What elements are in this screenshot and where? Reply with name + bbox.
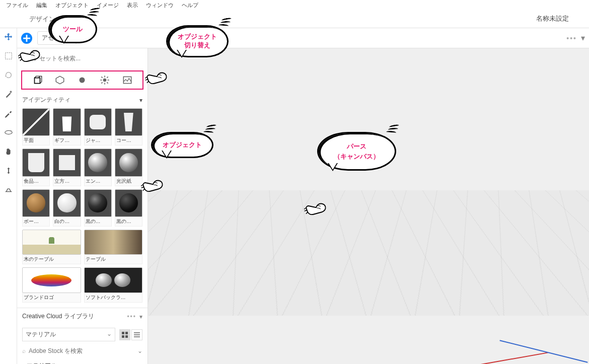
chevron-down-icon: ⌄: [137, 347, 142, 354]
asset-item[interactable]: 光沢紙: [115, 149, 142, 186]
callout-perspective: パース（キャンバス）: [317, 132, 396, 171]
asset-item[interactable]: 平面: [22, 108, 50, 145]
asset-label: 木のテーブル: [22, 255, 81, 264]
asset-label: 白の…: [53, 217, 81, 227]
asset-item[interactable]: ソフトバックラ…: [84, 267, 143, 303]
category-environment-icon[interactable]: [99, 75, 110, 86]
material-section-label: マテリアル: [27, 362, 57, 364]
asset-label: 食品…: [22, 177, 50, 186]
asset-label: ボー…: [22, 217, 50, 227]
cc-libraries-label: Creative Cloud ライブラリ: [22, 312, 94, 321]
wand-tool-icon[interactable]: [3, 89, 14, 100]
asset-label: ブランドロゴ: [22, 293, 81, 303]
asset-item[interactable]: 食品…: [22, 149, 50, 186]
asset-label: ギフ…: [53, 136, 81, 145]
svg-rect-9: [122, 332, 124, 334]
asset-item[interactable]: 木のテーブル: [22, 230, 81, 265]
menu-edit[interactable]: 編集: [32, 1, 51, 10]
eyedropper-tool-icon[interactable]: [3, 108, 14, 119]
asset-more-icon[interactable]: •••: [566, 34, 577, 42]
cc-more-icon[interactable]: •••: [127, 313, 136, 320]
svg-rect-10: [125, 332, 128, 334]
callout-label: オブジェクト: [178, 33, 217, 40]
asset-label: ジャ…: [84, 136, 112, 145]
asset-label: 黒の…: [115, 217, 142, 227]
callout-label: パース: [347, 142, 366, 150]
asset-label: エン…: [84, 177, 112, 186]
callout-label: ツール: [63, 25, 83, 33]
material-row: マテリアル ⌄: [17, 325, 148, 344]
grid-view-icon[interactable]: [119, 329, 130, 340]
viewport-canvas[interactable]: [148, 48, 589, 364]
ground-plane: [148, 190, 589, 316]
stock-search-input[interactable]: [29, 347, 137, 354]
asset-collapse-icon[interactable]: ▾: [581, 33, 585, 43]
section-identity[interactable]: アイデンティティ ▾: [17, 92, 148, 108]
callout-tool: ツール: [48, 15, 97, 43]
svg-rect-13: [134, 332, 140, 333]
hand-tool-icon[interactable]: [3, 146, 14, 157]
stock-search-row: ⌕ ⌄: [17, 344, 148, 357]
asset-item[interactable]: ボー…: [22, 189, 50, 227]
pointer-hand-icon: [18, 47, 41, 62]
left-toolbar: [0, 28, 17, 364]
asset-subbar: アセット ••• ▾: [17, 28, 589, 48]
menu-help[interactable]: ヘルプ: [178, 1, 202, 10]
callout-object-switch: オブジェクト切り替え: [166, 25, 229, 57]
asset-item[interactable]: 立方…: [53, 149, 81, 186]
undo-icon[interactable]: [3, 69, 14, 81]
asset-label: 黒の…: [84, 217, 112, 227]
asset-item[interactable]: ギフ…: [53, 108, 81, 145]
asset-item[interactable]: 黒の…: [84, 189, 112, 227]
svg-rect-11: [122, 335, 124, 338]
asset-item[interactable]: ブランドロゴ: [22, 267, 81, 303]
asset-item[interactable]: エン…: [84, 149, 112, 186]
asset-item[interactable]: テーブル: [84, 230, 143, 265]
menu-file[interactable]: ファイル: [2, 1, 32, 10]
chevron-down-icon: ▾: [139, 97, 142, 104]
asset-item[interactable]: コー…: [115, 108, 142, 145]
asset-grid: 平面 ギフ… ジャ… コー… 食品… 立方… エン… 光沢紙 ボー… 白の… 黒…: [17, 108, 148, 227]
menu-view[interactable]: 表示: [123, 1, 142, 10]
dolly-tool-icon[interactable]: [3, 165, 14, 176]
asset-label: テーブル: [84, 255, 143, 264]
category-lights-icon[interactable]: [77, 75, 88, 86]
material-dropdown-label: マテリアル: [26, 331, 56, 338]
category-models-icon[interactable]: [32, 75, 43, 86]
callout-object: オブジェクト: [151, 132, 213, 158]
cc-libraries-row[interactable]: Creative Cloud ライブラリ ••• ▾: [17, 308, 148, 325]
svg-point-7: [103, 79, 107, 82]
orbit-tool-icon[interactable]: [3, 127, 14, 138]
move-tool-icon[interactable]: [3, 31, 14, 42]
section-identity-label: アイデンティティ: [22, 96, 70, 104]
category-images-icon[interactable]: [122, 75, 133, 86]
chevron-down-icon: ▾: [139, 313, 142, 320]
svg-rect-12: [125, 335, 128, 338]
list-view-icon[interactable]: [131, 329, 142, 340]
asset-panel: アイデンティティ ▾ 平面 ギフ… ジャ… コー… 食品… 立方… エン… 光沢…: [17, 48, 148, 364]
pointer-hand-icon: [141, 177, 164, 192]
select-tool-icon[interactable]: [3, 50, 14, 61]
asset-item[interactable]: 黒の…: [115, 189, 142, 227]
callout-label: オブジェクト: [163, 141, 202, 149]
material-dropdown[interactable]: マテリアル ⌄: [22, 328, 115, 341]
material-section[interactable]: ▾ マテリアル: [17, 357, 148, 364]
add-button[interactable]: [21, 33, 32, 44]
search-icon: ⌕: [22, 347, 26, 354]
asset-label: ソフトバックラ…: [84, 293, 143, 303]
asset-label: 平面: [22, 136, 50, 145]
pointer-hand-icon: [145, 69, 168, 85]
asset-item[interactable]: 白の…: [53, 189, 81, 227]
axis-x: [459, 352, 548, 364]
asset-item[interactable]: ジャ…: [84, 108, 112, 145]
menu-window[interactable]: ウィンドウ: [142, 1, 178, 10]
document-title: 名称未設定: [536, 14, 569, 23]
asset-grid-wide: 木のテーブル テーブル ブランドロゴ ソフトバックラ…: [17, 230, 148, 303]
pointer-hand-icon: [304, 200, 327, 215]
axis-z: [499, 340, 587, 362]
ground-tool-icon[interactable]: [3, 184, 14, 195]
category-materials-icon[interactable]: [54, 75, 65, 86]
asset-label: コー…: [115, 136, 142, 145]
asset-label: 光沢紙: [115, 177, 142, 186]
callout-label: 切り替え: [184, 41, 210, 49]
